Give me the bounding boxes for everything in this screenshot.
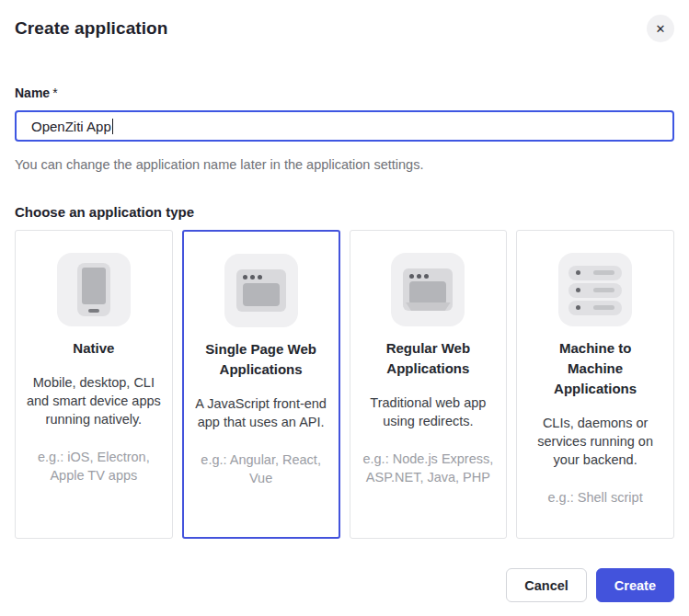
name-field-label: Name*: [15, 86, 674, 100]
server-base: [403, 302, 453, 311]
text-cursor: [112, 119, 113, 134]
name-helper-text: You can change the application name late…: [15, 155, 674, 174]
application-type-grid: Native Mobile, desktop, CLI and smart de…: [15, 230, 674, 539]
application-name-input[interactable]: OpenZiti App: [15, 110, 674, 142]
name-input-value: OpenZiti App: [31, 119, 111, 134]
card-example: e.g.: Shell script: [525, 488, 665, 507]
dialog-footer: Cancel Create: [506, 568, 674, 602]
card-description: A JavaScript front-end app that uses an …: [191, 394, 331, 431]
phone-screen: [82, 268, 106, 304]
application-type-card-3[interactable]: Regular Web Applications Traditional web…: [350, 230, 508, 539]
required-marker: *: [52, 86, 57, 100]
application-type-card-2[interactable]: Single Page Web Applications A JavaScrip…: [182, 230, 340, 539]
server-rack-unit: [568, 301, 622, 315]
close-icon: ✕: [656, 22, 666, 36]
card-description: Traditional web app using redirects.: [359, 394, 499, 430]
card-example: e.g.: iOS, Electron, Apple TV apps: [24, 448, 164, 485]
window-content: [243, 283, 280, 306]
icon-tile: [391, 253, 465, 326]
card-description: CLIs, daemons or services running on you…: [525, 414, 665, 469]
card-example: e.g.: Node.js Express, ASP.NET, Java, PH…: [359, 450, 499, 486]
window-dots: [243, 275, 262, 279]
application-type-card-4[interactable]: Machine to Machine Applications CLIs, da…: [516, 230, 674, 539]
create-application-dialog: Create application ✕ Name* OpenZiti App …: [0, 0, 689, 616]
server-rack-unit: [568, 266, 622, 280]
smartphone-icon: [77, 263, 110, 316]
server-stack-icon: [558, 253, 632, 326]
dialog-title: Create application: [15, 16, 168, 41]
close-button[interactable]: ✕: [647, 15, 674, 42]
window-dots: [409, 274, 429, 279]
browser-window-icon: [236, 269, 286, 312]
application-type-label: Choose an application type: [15, 204, 674, 220]
card-example: e.g.: Angular, React, Vue: [191, 451, 331, 487]
window-content: [409, 281, 446, 304]
card-title: Machine to Machine Applications: [525, 338, 665, 399]
card-description: Mobile, desktop, CLI and smart device ap…: [24, 373, 164, 428]
card-title: Regular Web Applications: [359, 338, 499, 379]
dialog-header: Create application ✕: [15, 0, 674, 42]
cancel-button[interactable]: Cancel: [506, 568, 587, 602]
create-button[interactable]: Create: [596, 568, 674, 602]
server-window-icon: [403, 268, 453, 311]
icon-tile: [224, 254, 298, 327]
card-title: Single Page Web Applications: [191, 339, 331, 380]
name-label-text: Name: [15, 86, 50, 100]
card-title: Native: [24, 338, 164, 359]
server-rack-unit: [568, 283, 622, 298]
phone-home-button: [88, 309, 99, 313]
application-type-card-1[interactable]: Native Mobile, desktop, CLI and smart de…: [15, 230, 173, 539]
icon-tile: [57, 253, 131, 326]
icon-tile: [558, 253, 632, 326]
